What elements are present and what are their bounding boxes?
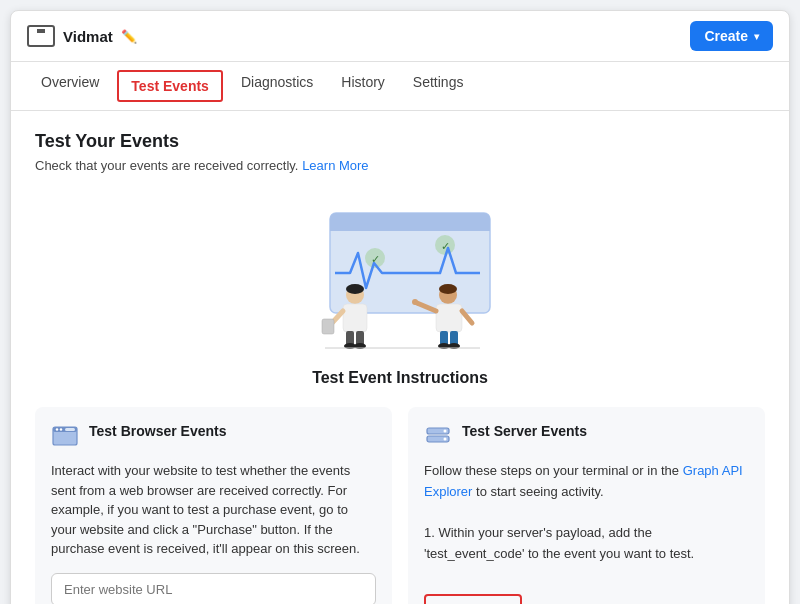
browser-card-body: Interact with your website to test wheth… (51, 461, 376, 559)
svg-point-19 (412, 299, 418, 305)
create-label: Create (704, 28, 748, 44)
learn-more-link[interactable]: Learn More (302, 158, 368, 173)
browser-events-card: Test Browser Events Interact with your w… (35, 407, 392, 604)
tab-diagnostics[interactable]: Diagnostics (227, 62, 327, 111)
svg-rect-2 (330, 223, 490, 231)
create-caret: ▾ (754, 31, 759, 42)
tab-history[interactable]: History (327, 62, 399, 111)
server-card-title: Test Server Events (462, 423, 587, 439)
cards-row: Test Browser Events Interact with your w… (35, 407, 765, 604)
svg-point-29 (56, 428, 58, 430)
url-input[interactable] (51, 573, 376, 605)
nav-tabs: Overview Test Events Diagnostics History… (11, 62, 789, 111)
svg-point-30 (60, 428, 62, 430)
svg-point-36 (444, 430, 447, 433)
svg-point-37 (444, 438, 447, 441)
create-button[interactable]: Create ▾ (690, 21, 773, 51)
instruction-title: Test Event Instructions (35, 369, 765, 387)
page-subtitle: Check that your events are received corr… (35, 158, 765, 173)
header: Vidmat ✏️ Create ▾ (11, 11, 789, 62)
svg-rect-31 (65, 428, 75, 431)
browser-card-title: Test Browser Events (89, 423, 226, 439)
tab-test-events[interactable]: Test Events (117, 70, 223, 102)
main-content: Test Your Events Check that your events … (11, 111, 789, 604)
header-left: Vidmat ✏️ (27, 25, 137, 47)
server-events-card: Test Server Events Follow these steps on… (408, 407, 765, 604)
server-icon (424, 423, 452, 451)
svg-rect-10 (322, 319, 334, 334)
monitor-icon (27, 25, 55, 47)
browser-card-header: Test Browser Events (51, 423, 376, 451)
tab-settings[interactable]: Settings (399, 62, 478, 111)
illustration-container: ✓ ✓ (35, 193, 765, 353)
svg-point-15 (346, 284, 364, 294)
page-title: Test Your Events (35, 131, 765, 152)
app-name: Vidmat (63, 28, 113, 45)
illustration-svg: ✓ ✓ (240, 193, 560, 353)
svg-rect-8 (343, 304, 367, 332)
browser-icon (51, 423, 79, 451)
svg-rect-17 (436, 304, 462, 332)
test-code-box: TEST41227 (424, 594, 522, 604)
tab-overview[interactable]: Overview (27, 62, 113, 111)
server-steps: Follow these steps on your terminal or i… (424, 461, 749, 604)
url-input-row (51, 573, 376, 605)
server-card-header: Test Server Events (424, 423, 749, 451)
svg-point-25 (439, 284, 457, 294)
edit-icon[interactable]: ✏️ (121, 29, 137, 44)
